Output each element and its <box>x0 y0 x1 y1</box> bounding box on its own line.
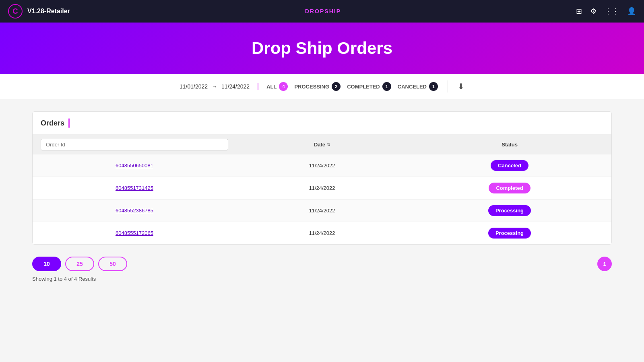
filter-divider <box>448 80 448 93</box>
table-icon[interactable]: ⊞ <box>576 7 582 16</box>
table-row: 6048551731425 11/24/2022 Completed <box>33 177 611 200</box>
orders-title: Orders <box>41 119 64 128</box>
date-range: 11/01/2022 → 11/24/2022 <box>180 83 258 90</box>
status-badge: Completed <box>489 183 530 193</box>
arrow-icon: → <box>212 83 217 90</box>
page-size-10[interactable]: 10 <box>32 257 61 271</box>
status-badge: Canceled <box>491 160 528 171</box>
nav-center-label: DROPSHIP <box>305 8 341 14</box>
main-content: Orders Date ⇅ Status 6048550650081 11/24… <box>0 99 644 294</box>
filter-completed-badge: 1 <box>382 82 391 91</box>
settings-icon[interactable]: ⚙ <box>590 7 597 16</box>
app-title: V1.28-Retailer <box>27 8 70 15</box>
pagination-row: 10 25 50 1 <box>32 253 612 273</box>
table-row: 6048552386785 11/24/2022 Processing <box>33 200 611 222</box>
grid-icon[interactable]: ⋮⋮ <box>605 7 619 16</box>
filter-bar: 11/01/2022 → 11/24/2022 ALL 4 PROCESSING… <box>0 74 644 99</box>
filter-processing-label: PROCESSING <box>294 84 329 90</box>
order-id-link[interactable]: 6048550650081 <box>41 162 228 169</box>
date-cell: 11/24/2022 <box>228 185 416 191</box>
filter-all-badge: 4 <box>279 82 288 91</box>
status-column-header: Status <box>416 139 603 150</box>
orders-title-bar <box>68 118 70 128</box>
filter-all-label: ALL <box>266 84 277 90</box>
user-icon[interactable]: 👤 <box>627 7 636 16</box>
filter-tab-canceled[interactable]: CANCELED 1 <box>398 82 438 91</box>
download-button[interactable]: ⬇ <box>458 82 464 91</box>
page-size-25[interactable]: 25 <box>65 257 94 271</box>
status-badge: Processing <box>488 228 531 239</box>
date-label: Date <box>314 142 325 148</box>
filter-canceled-badge: 1 <box>429 82 438 91</box>
nav-right: ⊞ ⚙ ⋮⋮ 👤 <box>576 7 636 16</box>
order-id-link[interactable]: 6048551731425 <box>41 185 228 191</box>
filter-tab-all[interactable]: ALL 4 <box>266 82 288 91</box>
table-body: 6048550650081 11/24/2022 Canceled 604855… <box>33 154 611 244</box>
filter-tab-processing[interactable]: PROCESSING 2 <box>294 82 341 91</box>
orders-header: Orders <box>33 112 611 135</box>
page-title: Drop Ship Orders <box>8 39 636 58</box>
logo-icon: C <box>8 4 23 19</box>
top-navigation: C V1.28-Retailer DROPSHIP ⊞ ⚙ ⋮⋮ 👤 <box>0 0 644 23</box>
status-cell: Processing <box>416 205 603 216</box>
page-size-buttons: 10 25 50 <box>32 257 127 271</box>
search-column[interactable] <box>41 139 228 150</box>
table-header: Date ⇅ Status <box>33 135 611 154</box>
nav-left: C V1.28-Retailer <box>8 4 70 19</box>
hero-banner: Drop Ship Orders <box>0 23 644 74</box>
orders-table: Date ⇅ Status 6048550650081 11/24/2022 C… <box>33 135 611 244</box>
results-text: Showing 1 to 4 of 4 Results <box>32 276 612 282</box>
order-id-link[interactable]: 6048552386785 <box>41 208 228 214</box>
search-input[interactable] <box>41 139 228 150</box>
status-badge: Processing <box>488 205 531 216</box>
filter-tab-completed[interactable]: COMPLETED 1 <box>347 82 391 91</box>
date-cell: 11/24/2022 <box>228 162 416 169</box>
status-cell: Canceled <box>416 160 603 171</box>
filter-completed-label: COMPLETED <box>347 84 380 90</box>
page-1[interactable]: 1 <box>597 257 612 271</box>
status-cell: Processing <box>416 228 603 239</box>
date-cell: 11/24/2022 <box>228 208 416 214</box>
filter-processing-badge: 2 <box>332 82 341 91</box>
orders-card: Orders Date ⇅ Status 6048550650081 11/24… <box>32 111 612 245</box>
date-cell: 11/24/2022 <box>228 230 416 236</box>
date-to[interactable]: 11/24/2022 <box>221 83 250 90</box>
date-from[interactable]: 11/01/2022 <box>180 83 208 90</box>
sort-icon[interactable]: ⇅ <box>327 142 330 147</box>
table-row: 6048555172065 11/24/2022 Processing <box>33 222 611 244</box>
status-cell: Completed <box>416 183 603 193</box>
filter-tabs: ALL 4 PROCESSING 2 COMPLETED 1 CANCELED … <box>266 80 464 93</box>
filter-canceled-label: CANCELED <box>398 84 427 90</box>
page-numbers: 1 <box>597 257 612 271</box>
table-row: 6048550650081 11/24/2022 Canceled <box>33 154 611 177</box>
page-size-50[interactable]: 50 <box>98 257 127 271</box>
order-id-link[interactable]: 6048555172065 <box>41 230 228 236</box>
date-column-header: Date ⇅ <box>228 139 416 150</box>
